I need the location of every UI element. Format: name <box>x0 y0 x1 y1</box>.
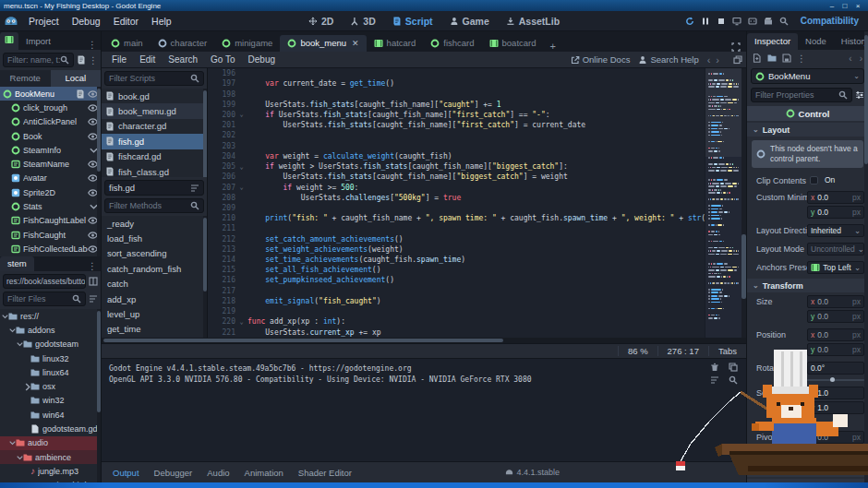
script-item-book.gd[interactable]: book.gd <box>102 89 207 103</box>
sort-icon[interactable] <box>190 184 199 193</box>
code-line[interactable]: 196 <box>208 68 705 78</box>
code-line[interactable]: 209 <box>208 203 705 213</box>
clear-output-icon[interactable] <box>707 363 722 372</box>
workspace-2d[interactable]: 2D <box>302 14 340 29</box>
code-line[interactable]: 219 <box>208 306 705 316</box>
new-scene-tab-button[interactable]: + <box>544 41 562 52</box>
code-line[interactable]: 202 <box>208 130 705 140</box>
bottom-tab-output[interactable]: Output <box>113 468 139 478</box>
menu-help[interactable]: Help <box>145 16 178 27</box>
float-panel-icon[interactable] <box>733 55 742 65</box>
value-field[interactable]: x0.0px <box>807 431 864 444</box>
value-field[interactable]: y0.0px <box>807 310 864 323</box>
link-values-icon[interactable] <box>807 416 864 425</box>
script-menu-edit[interactable]: Edit <box>133 54 162 65</box>
bottom-tab-debugger[interactable]: Debugger <box>154 468 193 478</box>
save-resource-icon[interactable] <box>782 54 791 63</box>
code-line[interactable]: 197 var current_date = get_time() <box>208 78 705 89</box>
dock-options-icon[interactable]: ⋮ <box>84 40 101 50</box>
fold-arrow-icon[interactable]: ⌄ <box>235 318 247 326</box>
dropdown-field[interactable]: Top Left⌄ <box>807 261 864 274</box>
scene-tab-book_menu[interactable]: book_menu✕ <box>280 35 366 52</box>
scene-node-Avatar[interactable]: Avatar <box>0 172 101 185</box>
inspector-section-layout[interactable]: ⌄Layout <box>747 123 868 137</box>
fold-chevron-icon[interactable] <box>9 327 16 333</box>
script-menu-debug[interactable]: Debug <box>242 54 282 65</box>
fold-chevron-icon[interactable] <box>17 341 23 347</box>
code-line[interactable]: 214 set_time_achievements(caught_fish.sp… <box>208 255 705 265</box>
fs-item-ambience[interactable]: ambience <box>0 450 101 464</box>
value-field[interactable]: x0.0px <box>807 295 864 308</box>
scene-filter-input[interactable]: Filter: name, t:t <box>3 53 74 67</box>
checkbox-field[interactable]: On <box>807 174 864 185</box>
tab-remote[interactable]: Remote <box>0 70 51 87</box>
file-filter-input[interactable]: Filter Files <box>3 292 86 306</box>
bottom-tab-audio[interactable]: Audio <box>207 468 229 478</box>
resource-options-icon[interactable]: ⋮ <box>797 54 806 64</box>
edited-node-selector[interactable]: BookMenu ⌄ <box>751 68 864 84</box>
scene-node-FishCaughtLabel[interactable]: FishCaughtLabel <box>0 214 101 228</box>
tab-local[interactable]: Local <box>51 70 102 87</box>
dropdown-field[interactable]: Uncontrolled⌄ <box>807 243 864 256</box>
sort-icon[interactable] <box>89 294 98 304</box>
scene-node-Stats[interactable]: Stats <box>0 199 101 213</box>
fs-item-linux32[interactable]: linux32 <box>0 351 101 365</box>
search-help-button[interactable]: Search Help <box>638 54 698 65</box>
fs-item-jungle-mp3[interactable]: ♪jungle.mp3 <box>0 464 101 478</box>
dropdown-field[interactable]: Inherited⌄ <box>807 224 864 237</box>
method-item-get_time[interactable]: get_time <box>102 322 207 337</box>
scene-tab-fishcard[interactable]: fishcard <box>423 35 481 52</box>
code-line[interactable]: 216 set_pumpkinseed_achievement() <box>208 275 705 285</box>
collapse-output-icon[interactable] <box>707 375 722 385</box>
menu-debug[interactable]: Debug <box>66 16 107 27</box>
code-line[interactable]: 199 UserStats.fish_stats[caught_fish_nam… <box>208 100 705 110</box>
code-line[interactable]: 207⌄ if weight >= 500: <box>208 182 705 192</box>
fs-item-win32[interactable]: win32 <box>0 394 101 408</box>
fs-item-godotsteam-gdextension[interactable]: godotsteam.gdextension <box>0 422 101 435</box>
inspector-scrollbar[interactable] <box>864 31 868 482</box>
load-resource-icon[interactable] <box>767 54 777 63</box>
script-item-fish_class.gd[interactable]: fish_class.gd <box>102 164 207 177</box>
menu-project[interactable]: Project <box>22 16 66 27</box>
code-line[interactable]: 217 <box>208 286 705 296</box>
fold-arrow-icon[interactable]: ⌄ <box>235 163 247 171</box>
fs-item-addons[interactable]: addons <box>0 323 101 337</box>
close-tab-icon[interactable]: ✕ <box>352 39 359 48</box>
scene-node-BookMenu[interactable]: BookMenu <box>0 87 101 101</box>
filter-properties-input[interactable]: Filter Properties <box>751 88 852 102</box>
code-line[interactable]: 215 set_all_fish_achievement() <box>208 265 705 275</box>
code-line[interactable]: 210 print("fish: " + caught_fish_name + … <box>208 213 705 223</box>
scene-tab-main[interactable]: main <box>103 35 151 52</box>
fs-item-osx[interactable]: osx <box>0 379 101 393</box>
workspace-3d[interactable]: 3D <box>344 14 381 29</box>
script-menu-go-to[interactable]: Go To <box>204 54 242 65</box>
bottom-tab-animation[interactable]: Animation <box>245 468 283 478</box>
fs-item-linux64[interactable]: linux64 <box>0 365 101 379</box>
script-item-character.gd[interactable]: character.gd <box>102 119 207 134</box>
workspace-game[interactable]: Game <box>443 14 496 29</box>
method-item-catch_random_fish[interactable]: catch_random_fish <box>102 261 207 276</box>
filter-methods-input[interactable]: Filter Methods <box>104 198 204 213</box>
method-item-catch[interactable]: catch <box>102 277 207 292</box>
code-hscrollbar[interactable] <box>102 338 746 343</box>
scene-node-Book[interactable]: Book <box>0 129 101 143</box>
code-line[interactable]: 213 set_weight_achievements(weight) <box>208 244 705 255</box>
code-line[interactable]: 212 set_catch_amount_achievements() <box>208 234 705 244</box>
tab-scene[interactable] <box>0 32 18 50</box>
scene-node-click_trough[interactable]: click_trough <box>0 101 101 114</box>
fold-chevron-icon[interactable] <box>9 440 16 446</box>
code-line[interactable]: 203 <box>208 141 705 151</box>
control-parent-warning[interactable]: This node doesn't have a control parent. <box>752 140 863 168</box>
value-field[interactable]: y0.0px <box>807 343 864 356</box>
script-item-fish.gd[interactable]: fish.gd <box>102 134 207 149</box>
inspector-section-container-sizing[interactable]: ›Container Sizing <box>747 463 868 477</box>
scene-node-FishCollectedLabel[interactable]: FishCollectedLabel <box>0 242 101 256</box>
tab-filesystem[interactable]: stem <box>0 256 34 271</box>
scene-node-SteamName[interactable]: SteamName <box>0 157 101 171</box>
script-menu-search[interactable]: Search <box>162 54 204 65</box>
fold-chevron-icon[interactable] <box>17 455 23 460</box>
copy-output-icon[interactable] <box>726 363 741 372</box>
method-item-_ready[interactable]: _ready <box>102 216 207 231</box>
code-line[interactable]: 200⌄ if UserStats.fish_stats[caught_fish… <box>208 110 705 120</box>
code-line[interactable]: 198 <box>208 89 705 99</box>
